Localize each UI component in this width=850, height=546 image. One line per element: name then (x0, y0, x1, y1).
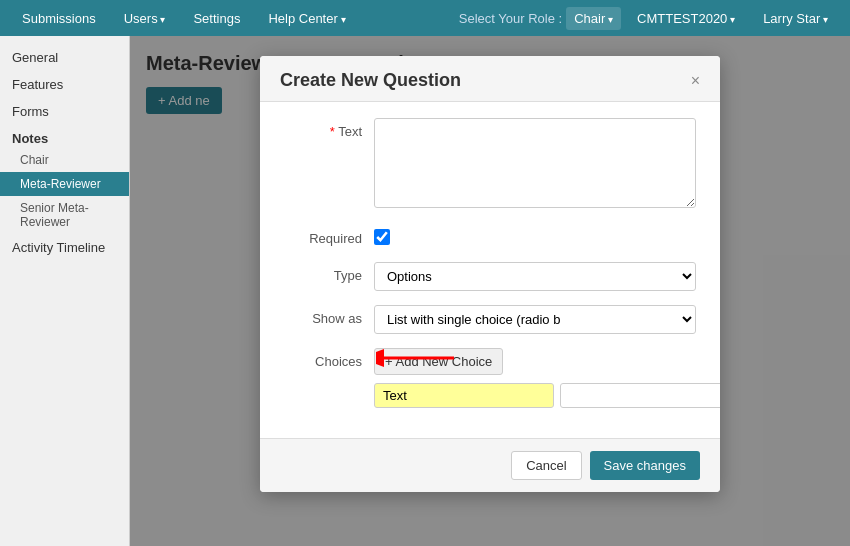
sidebar: General Features Forms Notes Chair Meta-… (0, 36, 130, 546)
role-label-text: Select Your Role : (459, 11, 562, 26)
add-choice-container: + Add New Choice (374, 348, 503, 375)
choices-field-label: Choices (284, 348, 374, 369)
required-checkbox[interactable] (374, 229, 390, 245)
sidebar-item-chair[interactable]: Chair (0, 148, 129, 172)
type-field-row: Type Options Text Checkbox (284, 262, 696, 291)
add-new-choice-button[interactable]: + Add New Choice (374, 348, 503, 375)
role-section: Select Your Role : Chair (459, 7, 621, 30)
content-area: Meta-Reviewer Note Questions + Add ne Cr… (130, 36, 850, 546)
cancel-button[interactable]: Cancel (511, 451, 581, 480)
type-field-control: Options Text Checkbox (374, 262, 696, 291)
modal-body: * Text Required (260, 102, 720, 438)
nav-user[interactable]: Larry Star (751, 5, 840, 32)
save-changes-button[interactable]: Save changes (590, 451, 700, 480)
modal-close-button[interactable]: × (691, 72, 700, 90)
nav-submissions[interactable]: Submissions (10, 5, 108, 32)
sidebar-section-notes: Notes (0, 125, 129, 148)
sidebar-item-features[interactable]: Features (0, 71, 129, 98)
modal-footer: Cancel Save changes (260, 438, 720, 492)
sidebar-item-senior-meta-reviewer[interactable]: Senior Meta-Reviewer (0, 196, 129, 234)
type-field-label: Type (284, 262, 374, 283)
sidebar-item-general[interactable]: General (0, 44, 129, 71)
show-as-select[interactable]: List with single choice (radio b Dropdow… (374, 305, 696, 334)
nav-users[interactable]: Users (112, 5, 178, 32)
text-field-control (374, 118, 696, 211)
text-textarea[interactable] (374, 118, 696, 208)
nav-conference[interactable]: CMTTEST2020 (625, 5, 747, 32)
show-as-field-control: List with single choice (radio b Dropdow… (374, 305, 696, 334)
required-field-label: Required (284, 225, 374, 246)
nav-help-center[interactable]: Help Center (256, 5, 357, 32)
required-field-control (374, 225, 696, 248)
sidebar-item-forms[interactable]: Forms (0, 98, 129, 125)
required-field-row: Required (284, 225, 696, 248)
modal-header: Create New Question × (260, 56, 720, 102)
text-field-row: * Text (284, 118, 696, 211)
create-question-modal: Create New Question × * Text (260, 56, 720, 492)
choice-row: ✕ (374, 383, 720, 408)
main-layout: General Features Forms Notes Chair Meta-… (0, 36, 850, 546)
choice-text-after-input[interactable] (560, 383, 720, 408)
type-select[interactable]: Options Text Checkbox (374, 262, 696, 291)
choice-text-input[interactable] (374, 383, 554, 408)
sidebar-item-meta-reviewer[interactable]: Meta-Reviewer (0, 172, 129, 196)
modal-overlay: Create New Question × * Text (130, 36, 850, 546)
choices-section: + Add New Choice (374, 348, 720, 408)
nav-settings[interactable]: Settings (181, 5, 252, 32)
text-field-label: * Text (284, 118, 374, 139)
choices-field-row: Choices + Add New Choice (284, 348, 696, 408)
show-as-field-row: Show as List with single choice (radio b… (284, 305, 696, 334)
show-as-field-label: Show as (284, 305, 374, 326)
sidebar-item-activity-timeline[interactable]: Activity Timeline (0, 234, 129, 261)
modal-title: Create New Question (280, 70, 461, 91)
role-selector[interactable]: Chair (566, 7, 621, 30)
top-nav: Submissions Users Settings Help Center S… (0, 0, 850, 36)
required-star: * (330, 124, 335, 139)
